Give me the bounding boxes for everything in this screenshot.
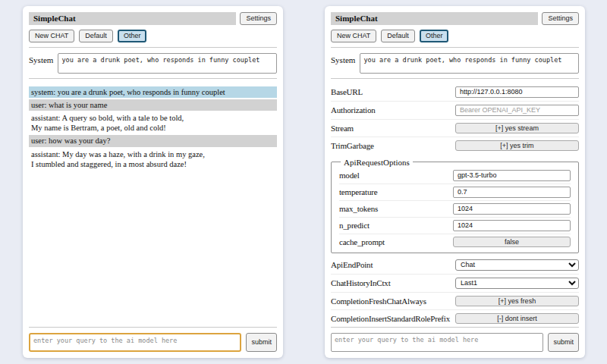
system-prompt-row: System you are a drunk poet, who respond… [29, 53, 277, 74]
settings-panel: SimpleChat Settings New CHAT Default Oth… [325, 6, 585, 358]
baseurl-input[interactable] [455, 86, 579, 98]
temperature-label: temperature [339, 187, 377, 196]
session-tab-other[interactable]: Other [118, 30, 147, 42]
authorization-label: Authorization [331, 105, 376, 115]
settings-button[interactable]: Settings [240, 12, 277, 25]
settings-form: BaseURL Authorization Stream [+] yes str… [331, 83, 579, 327]
api-endpoint-label: ApiEndPoint [331, 260, 373, 269]
n-predict-input[interactable] [453, 220, 571, 231]
header: SimpleChat Settings [29, 12, 277, 25]
session-tab-other[interactable]: Other [420, 30, 449, 42]
chat-message-user: user: how was your day? [29, 135, 277, 146]
query-row: submit [331, 327, 579, 352]
setting-row-stream: Stream [+] yes stream [331, 120, 579, 137]
setting-row-max-tokens: max_tokens [339, 201, 571, 218]
setting-row-completion-fresh-chat-always: CompletionFreshChatAlways [+] yes fresh [331, 293, 579, 310]
system-prompt-row: System you are a drunk poet, who respond… [331, 53, 579, 74]
divider [29, 78, 277, 79]
divider [331, 47, 579, 48]
app-title: SimpleChat [331, 12, 538, 25]
system-label: System [29, 53, 53, 64]
query-input[interactable] [29, 333, 241, 352]
setting-row-authorization: Authorization [331, 102, 579, 120]
chat-message-assistant: assistant: A query so bold, with a tale … [29, 112, 277, 133]
trimgarbage-toggle-button[interactable]: [+] yes trim [455, 140, 579, 151]
setting-row-model: model [339, 168, 571, 184]
completion-insert-standard-role-prefix-label: CompletionInsertStandardRolePrefix [331, 314, 450, 323]
trimgarbage-label: TrimGarbage [331, 141, 374, 150]
stream-label: Stream [331, 124, 354, 133]
query-input[interactable] [331, 333, 543, 352]
cache-prompt-toggle-button[interactable]: false [453, 237, 571, 247]
chat-history-in-ctxt-label: ChatHistoryInCtxt [331, 278, 391, 287]
app-title: SimpleChat [29, 12, 236, 25]
stream-toggle-button[interactable]: [+] yes stream [455, 123, 579, 133]
chat-message-user: user: what is your name [29, 99, 277, 111]
divider [29, 47, 277, 48]
baseurl-label: BaseURL [331, 87, 363, 96]
completion-insert-role-prefix-toggle-button[interactable]: [-] dont insert [455, 313, 579, 324]
chat-session-tabs: New CHAT Default Other [331, 30, 579, 42]
chat-history-in-ctxt-select[interactable]: Last1 [455, 278, 579, 289]
divider [331, 78, 579, 79]
query-row: submit [29, 327, 277, 352]
setting-row-n-predict: n_predict [339, 218, 571, 234]
completion-fresh-chat-always-label: CompletionFreshChatAlways [331, 297, 426, 306]
model-label: model [339, 171, 360, 180]
authorization-input[interactable] [455, 105, 579, 116]
new-chat-button[interactable]: New CHAT [29, 30, 74, 42]
chat-message-system: system: you are a drunk poet, who respon… [29, 86, 277, 98]
system-label: System [331, 53, 355, 64]
setting-row-completion-insert-standard-role-prefix: CompletionInsertStandardRolePrefix [-] d… [331, 310, 579, 327]
submit-button[interactable]: submit [246, 333, 277, 352]
header: SimpleChat Settings [331, 12, 579, 25]
settings-button[interactable]: Settings [542, 12, 579, 25]
setting-row-trimgarbage: TrimGarbage [+] yes trim [331, 137, 579, 154]
setting-row-cache-prompt: cache_prompt false [339, 234, 571, 249]
session-tab-default[interactable]: Default [79, 30, 113, 42]
system-prompt-input[interactable]: you are a drunk poet, who responds in fu… [58, 53, 277, 74]
submit-button[interactable]: submit [548, 333, 579, 352]
completion-fresh-chat-toggle-button[interactable]: [+] yes fresh [455, 296, 579, 306]
n-predict-label: n_predict [339, 221, 370, 230]
max-tokens-label: max_tokens [339, 204, 378, 213]
chat-message-assistant: assistant: My day was a haze, with a dri… [29, 149, 277, 170]
setting-row-chat-history-in-ctxt: ChatHistoryInCtxt Last1 [331, 275, 579, 293]
max-tokens-input[interactable] [453, 203, 571, 215]
setting-row-api-endpoint: ApiEndPoint Chat [331, 256, 579, 275]
api-request-options-legend: ApiRequestOptions [341, 158, 413, 167]
setting-row-temperature: temperature [339, 184, 571, 201]
new-chat-button[interactable]: New CHAT [331, 30, 376, 42]
api-endpoint-select[interactable]: Chat [455, 259, 579, 271]
model-input[interactable] [453, 170, 571, 181]
session-tab-default[interactable]: Default [381, 30, 415, 42]
chat-session-tabs: New CHAT Default Other [29, 30, 277, 42]
setting-row-baseurl: BaseURL [331, 83, 579, 102]
chat-message-list: system: you are a drunk poet, who respon… [29, 86, 277, 327]
api-request-options-fieldset: ApiRequestOptions model temperature max_… [331, 158, 579, 253]
system-prompt-input[interactable]: you are a drunk poet, who responds in fu… [360, 53, 579, 74]
temperature-input[interactable] [453, 187, 571, 198]
cache-prompt-label: cache_prompt [339, 237, 385, 246]
chat-panel: SimpleChat Settings New CHAT Default Oth… [23, 6, 283, 358]
